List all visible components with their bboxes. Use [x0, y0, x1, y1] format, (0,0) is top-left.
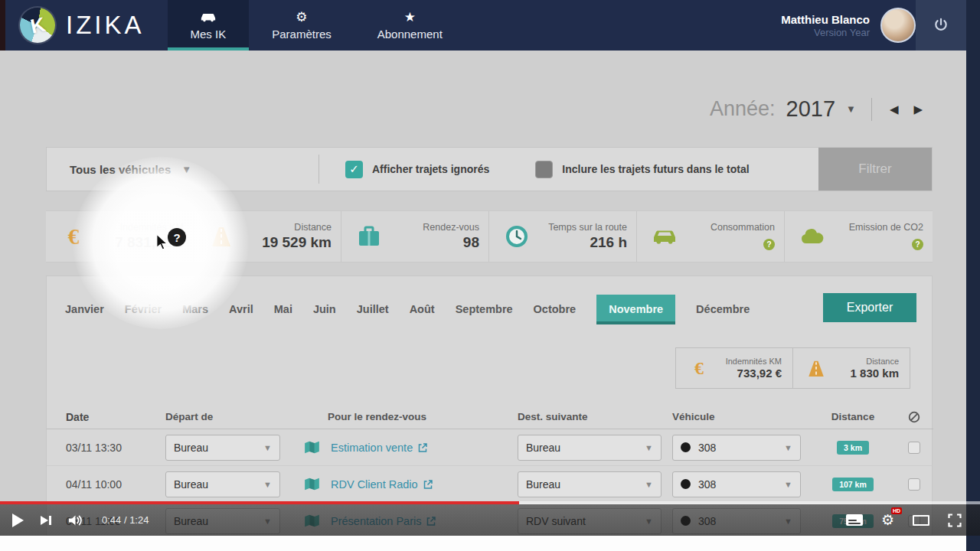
tab-label: Paramètres: [272, 28, 332, 41]
chevron-down-icon: ▼: [263, 480, 272, 489]
stat-temps-route: Temps sur la route 216 h: [489, 211, 637, 262]
mouse-cursor: [156, 234, 169, 251]
logout-button[interactable]: [916, 0, 966, 51]
gear-icon: ⚙: [296, 10, 307, 24]
filter-button[interactable]: Filtrer: [818, 148, 932, 191]
rdv-link[interactable]: RDV Client Radio: [331, 478, 433, 491]
tab-mes-ik[interactable]: Mes IK: [168, 0, 250, 51]
help-icon[interactable]: ?: [763, 239, 775, 250]
external-link-icon: [423, 480, 433, 489]
dest-select[interactable]: Bureau▼: [518, 471, 662, 497]
table-row: 03/11 13:30 Bureau▼ Estimation vente Bur…: [47, 429, 933, 466]
chevron-down-icon: ▼: [784, 443, 792, 452]
month-tab-avril[interactable]: Avril: [229, 303, 253, 324]
tab-parametres[interactable]: ⚙ Paramètres: [249, 0, 354, 51]
prev-year-icon[interactable]: ◀: [887, 103, 901, 116]
month-tab-fevrier[interactable]: Février: [125, 303, 162, 324]
month-tab-mars[interactable]: Mars: [182, 303, 208, 324]
year-label: Année:: [710, 97, 776, 121]
month-tabs: Janvier Février Mars Avril Mai Juin Juil…: [47, 276, 932, 324]
hd-badge: HD: [891, 507, 902, 514]
table-header: Date Départ de Pour le rendez-vous Dest.…: [47, 405, 933, 429]
month-total-distance: Distance 1 830 km: [793, 347, 910, 389]
next-button[interactable]: [41, 516, 51, 525]
month-tab-mai[interactable]: Mai: [274, 303, 292, 324]
year-value[interactable]: 2017: [786, 96, 836, 122]
export-button[interactable]: Exporter: [823, 293, 916, 322]
tutorial-help-icon[interactable]: ?: [168, 228, 186, 246]
ignore-column-icon: [896, 411, 933, 423]
month-tab-aout[interactable]: Août: [410, 303, 435, 324]
settings-gear-icon[interactable]: ⚙HD: [881, 511, 894, 529]
year-selector: Année: 2017 ▼ ◀ ▶: [710, 96, 925, 122]
dest-select[interactable]: Bureau▼: [518, 435, 662, 461]
vehicle-select[interactable]: 308▼: [672, 471, 801, 497]
next-year-icon[interactable]: ▶: [911, 103, 925, 116]
depart-select[interactable]: Bureau▼: [165, 471, 280, 497]
vehicle-color-dot: [681, 442, 691, 452]
page-bottom-strip: [0, 536, 980, 551]
chevron-down-icon: ▼: [645, 480, 653, 489]
brand[interactable]: K IZIKA: [0, 0, 168, 51]
tab-label: Mes IK: [191, 28, 227, 41]
tab-abonnement[interactable]: ★ Abonnement: [354, 0, 466, 51]
avatar[interactable]: [880, 8, 916, 43]
video-progress-bar[interactable]: [0, 501, 980, 504]
stat-rendez-vous: Rendez-vous 98: [341, 211, 489, 262]
divider: [871, 98, 872, 121]
briefcase-icon: [352, 226, 386, 247]
map-icon[interactable]: [304, 441, 320, 454]
star-icon: ★: [404, 10, 416, 24]
vehicle-select[interactable]: 308▼: [672, 435, 801, 461]
video-progress-played: [0, 501, 519, 504]
video-time: 0:44 / 1:24: [102, 514, 149, 526]
ignore-checkbox[interactable]: [908, 442, 920, 454]
euro-icon: €: [57, 223, 90, 249]
checkbox-checked-icon: ✓: [345, 161, 363, 178]
volume-icon[interactable]: [68, 514, 83, 527]
user-name: Matthieu Blanco: [781, 13, 870, 26]
stat-consommation: Consommation ?: [637, 211, 785, 262]
include-future-checkbox[interactable]: Inclure les trajets futurs dans le total: [489, 161, 749, 178]
chevron-down-icon: ▼: [181, 164, 191, 175]
brand-name: IZIKA: [66, 11, 145, 40]
green-car-icon: [648, 227, 681, 246]
road-icon: [204, 226, 238, 247]
chevron-down-icon: ▼: [784, 480, 792, 489]
user-area: Matthieu Blanco Version Year: [781, 0, 916, 51]
chevron-down-icon[interactable]: ▼: [846, 103, 856, 115]
power-icon: [933, 17, 949, 34]
stat-distance: Distance 19 529 km: [194, 211, 341, 262]
vehicle-filter-dropdown[interactable]: Tous les véhicules ▼: [47, 163, 318, 176]
depart-select[interactable]: Bureau▼: [165, 435, 280, 461]
month-tab-septembre[interactable]: Septembre: [456, 303, 513, 324]
video-player-controls: 0:44 / 1:24 ⚙HD: [0, 501, 980, 536]
version-label: Version Year: [781, 27, 870, 38]
month-tab-decembre[interactable]: Décembre: [696, 303, 750, 324]
month-tab-juin[interactable]: Juin: [313, 303, 336, 324]
ignore-checkbox[interactable]: [908, 478, 920, 491]
izika-logo-icon: K: [20, 8, 55, 43]
month-tab-janvier[interactable]: Janvier: [65, 303, 104, 324]
trip-date: 03/11 13:30: [47, 442, 165, 454]
filter-bar: Tous les véhicules ▼ ✓ Afficher trajets …: [46, 147, 933, 191]
rdv-link[interactable]: Estimation vente: [331, 442, 427, 454]
month-totals: € Indemnités KM 733,92 € Distance 1 830 …: [675, 347, 910, 389]
table-row: 04/11 10:00 Bureau▼ RDV Client Radio Bur…: [47, 466, 933, 503]
screen: K IZIKA Mes IK ⚙ Paramètres ★ Abonnement…: [0, 0, 980, 551]
month-tab-octobre[interactable]: Octobre: [534, 303, 577, 324]
fullscreen-icon[interactable]: [948, 514, 962, 527]
screen-edge-left: [0, 0, 5, 51]
trip-date: 04/11 10:00: [47, 478, 165, 491]
month-tab-novembre[interactable]: Novembre: [596, 295, 675, 324]
month-tab-juillet[interactable]: Juillet: [357, 303, 389, 324]
cloud-icon: [795, 227, 829, 246]
help-icon[interactable]: ?: [912, 239, 923, 250]
distance-badge: 107 km: [832, 478, 874, 491]
show-ignored-checkbox[interactable]: ✓ Afficher trajets ignorés: [319, 161, 489, 178]
theater-mode-icon[interactable]: [913, 515, 929, 526]
play-button[interactable]: [12, 514, 24, 527]
map-icon[interactable]: [304, 478, 320, 491]
subtitles-icon[interactable]: [846, 514, 863, 526]
checkbox-unchecked-icon: [535, 161, 553, 178]
